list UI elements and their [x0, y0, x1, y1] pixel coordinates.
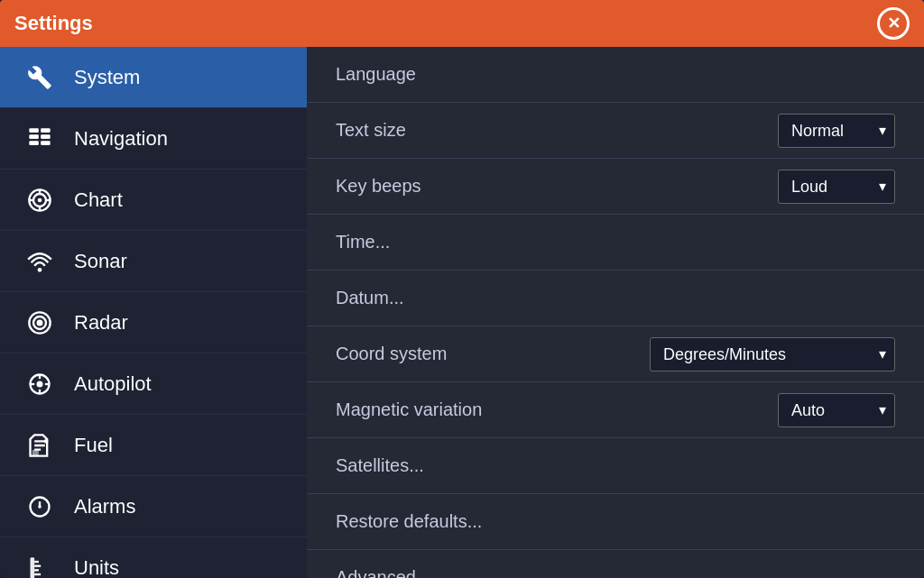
- sidebar-label-alarms: Alarms: [74, 495, 135, 518]
- window-title: Settings: [14, 12, 93, 35]
- sidebar-item-chart[interactable]: Chart: [0, 170, 307, 231]
- sidebar-label-units: Units: [74, 556, 119, 579]
- setting-row-time[interactable]: Time...: [307, 215, 924, 271]
- sidebar-item-alarms[interactable]: Alarms: [0, 476, 307, 537]
- sidebar-item-navigation[interactable]: Navigation: [0, 108, 307, 170]
- svg-point-25: [44, 439, 49, 444]
- magnetic-variation-dropdown-wrapper: Auto Manual: [778, 393, 895, 427]
- sidebar-item-radar[interactable]: Radar: [0, 292, 307, 353]
- coord-system-dropdown-wrapper: Degrees Degrees/Minutes Degrees/Minutes/…: [650, 337, 895, 372]
- key-beeps-label: Key beeps: [336, 176, 421, 197]
- restore-defaults-label: Restore defaults...: [336, 511, 482, 532]
- radar-icon: [22, 305, 58, 341]
- setting-row-restore-defaults[interactable]: Restore defaults...: [307, 494, 924, 550]
- setting-row-advanced[interactable]: Advanced...: [307, 550, 924, 578]
- sidebar-label-radar: Radar: [74, 311, 128, 335]
- svg-rect-4: [41, 134, 50, 139]
- datum-label: Datum...: [336, 288, 404, 308]
- navigation-icon: [22, 121, 58, 157]
- sidebar-label-autopilot: Autopilot: [74, 372, 152, 396]
- setting-row-text-size: Text size Small Normal Large: [307, 103, 924, 159]
- text-size-dropdown[interactable]: Small Normal Large: [778, 114, 895, 148]
- svg-point-28: [38, 505, 42, 509]
- alarms-icon: [22, 489, 58, 525]
- sidebar-label-fuel: Fuel: [74, 434, 113, 457]
- setting-row-language[interactable]: Language: [307, 47, 924, 103]
- sidebar-item-units[interactable]: Units: [0, 537, 307, 578]
- sidebar-label-navigation: Navigation: [74, 127, 168, 151]
- sidebar-item-sonar[interactable]: Sonar: [0, 231, 307, 292]
- coord-system-label: Coord system: [336, 344, 447, 364]
- chart-icon: [22, 182, 58, 218]
- autopilot-icon: [22, 366, 58, 402]
- setting-row-coord-system: Coord system Degrees Degrees/Minutes Deg…: [307, 326, 924, 382]
- main-panel: Language Text size Small Normal Large Ke…: [307, 47, 924, 578]
- text-size-dropdown-wrapper: Small Normal Large: [778, 114, 895, 148]
- svg-rect-3: [41, 128, 50, 133]
- svg-point-13: [38, 268, 42, 272]
- close-button[interactable]: ✕: [877, 7, 910, 40]
- magnetic-variation-label: Magnetic variation: [336, 399, 482, 420]
- advanced-label: Advanced...: [336, 567, 431, 578]
- coord-system-dropdown[interactable]: Degrees Degrees/Minutes Degrees/Minutes/…: [650, 337, 895, 372]
- fuel-icon: [22, 427, 58, 463]
- svg-rect-29: [31, 557, 35, 578]
- wrench-icon: [22, 60, 58, 96]
- key-beeps-dropdown-wrapper: Off Quiet Loud: [778, 170, 895, 204]
- sidebar-item-fuel[interactable]: Fuel: [0, 415, 307, 476]
- key-beeps-dropdown[interactable]: Off Quiet Loud: [778, 170, 895, 204]
- sidebar-label-system: System: [74, 66, 140, 89]
- content-area: System Navigation Chart: [0, 47, 924, 578]
- time-label: Time...: [336, 232, 390, 252]
- units-icon: [22, 550, 58, 579]
- sidebar: System Navigation Chart: [0, 47, 307, 578]
- magnetic-variation-dropdown[interactable]: Auto Manual: [778, 393, 895, 427]
- setting-row-magnetic-variation: Magnetic variation Auto Manual: [307, 382, 924, 438]
- satellites-label: Satellites...: [336, 455, 424, 476]
- svg-point-17: [38, 320, 42, 325]
- setting-row-datum[interactable]: Datum...: [307, 271, 924, 326]
- svg-rect-0: [29, 128, 39, 133]
- sidebar-label-sonar: Sonar: [74, 250, 127, 273]
- svg-rect-24: [32, 449, 39, 455]
- text-size-label: Text size: [336, 120, 406, 141]
- svg-rect-5: [41, 141, 50, 145]
- setting-row-key-beeps: Key beeps Off Quiet Loud: [307, 159, 924, 215]
- setting-row-satellites[interactable]: Satellites...: [307, 438, 924, 494]
- titlebar: Settings ✕: [0, 0, 924, 47]
- settings-window: Settings ✕ System Navigation: [0, 0, 924, 578]
- sidebar-item-autopilot[interactable]: Autopilot: [0, 353, 307, 415]
- language-label: Language: [336, 64, 416, 85]
- svg-point-19: [37, 381, 43, 387]
- sidebar-label-chart: Chart: [74, 188, 123, 212]
- svg-point-8: [38, 197, 42, 202]
- svg-rect-2: [29, 141, 39, 145]
- svg-rect-1: [29, 134, 39, 139]
- sidebar-item-system[interactable]: System: [0, 47, 307, 108]
- sonar-icon: [22, 243, 58, 280]
